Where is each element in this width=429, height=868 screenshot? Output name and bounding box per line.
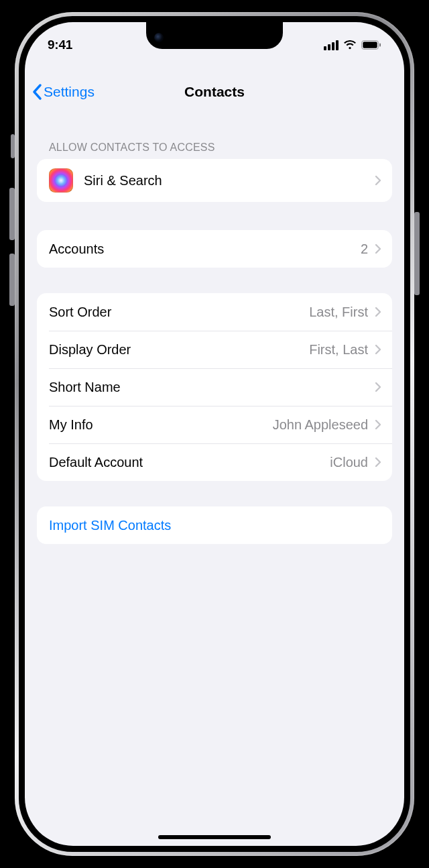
chevron-left-icon	[32, 84, 42, 100]
front-camera	[154, 33, 164, 42]
status-indicators	[324, 40, 381, 50]
wifi-icon	[343, 40, 357, 50]
default-account-label: Default Account	[49, 455, 143, 470]
display-order-label: Display Order	[49, 342, 131, 358]
battery-icon	[361, 40, 381, 50]
row-default-account[interactable]: Default Account iCloud	[37, 443, 392, 481]
row-display-order[interactable]: Display Order First, Last	[37, 331, 392, 368]
group-settings: Sort Order Last, First Display Order Fir…	[37, 293, 392, 481]
row-import-sim[interactable]: Import SIM Contacts	[37, 506, 392, 544]
chevron-right-icon	[375, 175, 381, 186]
group-accounts: Accounts 2	[37, 230, 392, 268]
chevron-right-icon	[375, 419, 381, 430]
back-label: Settings	[44, 84, 95, 100]
siri-icon	[49, 168, 73, 193]
my-info-label: My Info	[49, 417, 93, 433]
screen: 9:41 Settings Contacts ALLOW CONTACTS TO…	[25, 22, 404, 846]
svg-rect-2	[379, 44, 381, 47]
short-name-label: Short Name	[49, 380, 121, 395]
group-access: Siri & Search	[37, 159, 392, 202]
chevron-right-icon	[375, 457, 381, 468]
import-sim-label: Import SIM Contacts	[49, 518, 171, 533]
chevron-right-icon	[375, 344, 381, 355]
home-indicator[interactable]	[158, 835, 271, 839]
content: ALLOW CONTACTS TO ACCESS Siri & Search A…	[25, 121, 404, 544]
row-short-name[interactable]: Short Name	[37, 368, 392, 406]
clock: 9:41	[48, 38, 72, 52]
accounts-value: 2	[361, 241, 368, 257]
chevron-right-icon	[375, 243, 381, 254]
group-import: Import SIM Contacts	[37, 506, 392, 544]
sort-order-label: Sort Order	[49, 305, 111, 320]
siri-label: Siri & Search	[84, 173, 162, 188]
chevron-right-icon	[375, 382, 381, 392]
row-my-info[interactable]: My Info John Appleseed	[37, 406, 392, 443]
chevron-right-icon	[375, 307, 381, 317]
my-info-value: John Appleseed	[273, 417, 368, 433]
row-siri-search[interactable]: Siri & Search	[37, 159, 392, 202]
section-header-access: ALLOW CONTACTS TO ACCESS	[49, 142, 392, 154]
display-order-value: First, Last	[309, 342, 368, 358]
cellular-icon	[324, 40, 339, 50]
back-button[interactable]: Settings	[32, 84, 95, 100]
nav-bar: Settings Contacts	[25, 76, 404, 108]
sort-order-value: Last, First	[309, 305, 368, 320]
row-sort-order[interactable]: Sort Order Last, First	[37, 293, 392, 331]
accounts-label: Accounts	[49, 241, 104, 257]
svg-rect-1	[363, 42, 377, 48]
row-accounts[interactable]: Accounts 2	[37, 230, 392, 268]
notch	[146, 22, 283, 49]
default-account-value: iCloud	[330, 455, 368, 470]
